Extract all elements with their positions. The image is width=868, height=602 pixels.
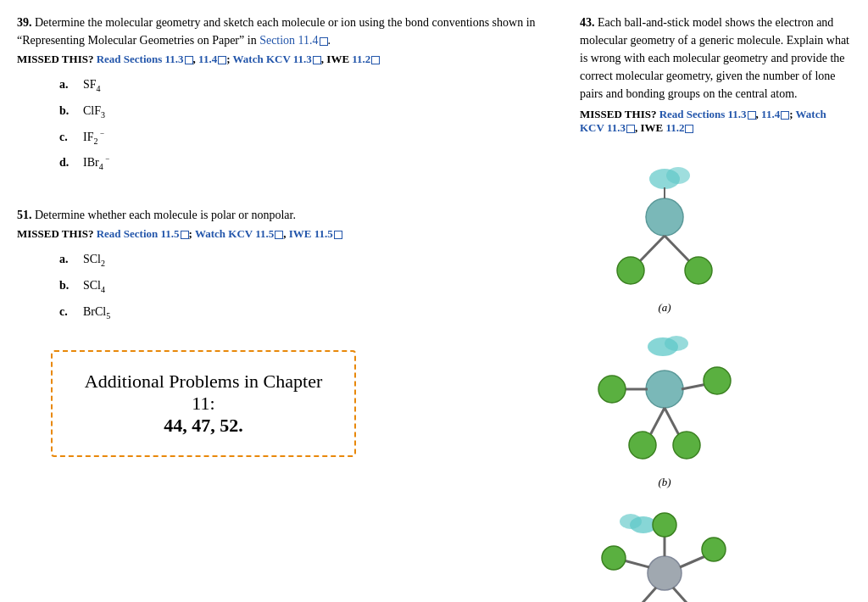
molecule-c-container: (c) <box>580 501 749 602</box>
link-section-11-3-b[interactable]: Read Sections 11.3 <box>659 108 756 120</box>
problem-51-header: 51. Determine whether each molecule is p… <box>17 206 571 224</box>
problem-43-header: 43. Each ball-and-stick model shows the … <box>580 14 851 103</box>
missed-label-43: MISSED THIS? <box>580 108 656 120</box>
svg-point-7 <box>685 257 712 284</box>
problem-43-text: Each ball-and-stick model shows the elec… <box>580 16 849 100</box>
svg-point-18 <box>629 432 656 459</box>
item-39a: a. SF4 <box>59 73 571 98</box>
problem-43-number: 43. <box>580 16 595 29</box>
item-39a-label: a. <box>59 73 73 98</box>
svg-line-15 <box>665 408 680 437</box>
svg-point-17 <box>704 367 731 394</box>
item-39b: b. ClF3 <box>59 99 571 124</box>
svg-point-28 <box>653 513 676 537</box>
item-39d-formula: IBr4 − <box>83 151 109 176</box>
molecule-a-svg <box>580 153 749 298</box>
item-39c: c. IF2 − <box>59 125 571 150</box>
problem-43: 43. Each ball-and-stick model shows the … <box>580 14 851 142</box>
molecule-a-label: (a) <box>658 301 670 315</box>
molecule-b-container: (b) <box>580 328 749 489</box>
cb1 <box>185 56 193 64</box>
cb7 <box>334 231 342 239</box>
additional-title: Additional Problems in Chapter 11: <box>78 371 329 415</box>
period: . <box>328 34 331 47</box>
svg-point-19 <box>673 432 700 459</box>
svg-point-29 <box>602 546 626 570</box>
problem-39-items: a. SF4 b. ClF3 c. IF2 − d. IBr4 − <box>59 73 571 176</box>
molecule-b-svg <box>580 328 749 472</box>
svg-point-10 <box>665 336 688 351</box>
item-51c-label: c. <box>59 300 73 325</box>
item-51b-formula: SCl4 <box>83 274 105 298</box>
cb5 <box>181 231 189 239</box>
svg-line-3 <box>637 236 665 264</box>
svg-point-22 <box>648 556 682 590</box>
item-51a-label: a. <box>59 248 73 272</box>
link-11-2-a[interactable]: 11.2 <box>352 53 380 65</box>
problem-39-header: 39. Determine the molecular geometry and… <box>17 14 571 49</box>
problem-39: 39. Determine the molecular geometry and… <box>17 14 571 176</box>
item-39c-formula: IF2 − <box>83 125 104 150</box>
svg-point-2 <box>646 198 683 236</box>
svg-line-24 <box>624 560 649 567</box>
missed-label-39: MISSED THIS? <box>17 53 93 65</box>
cb6 <box>275 231 283 239</box>
cb4 <box>371 56 380 64</box>
section-11-4-link[interactable]: Section 11.4 <box>259 34 327 47</box>
missed-label-51: MISSED THIS? <box>17 227 93 240</box>
link-section-11-3-a[interactable]: Read Sections 11.3 <box>97 53 193 65</box>
problem-51-items: a. SCl2 b. SCl4 c. BrCl5 <box>59 248 571 324</box>
svg-line-4 <box>665 236 692 264</box>
link-kcv-11-3-a[interactable]: Watch KCV 11.3 <box>233 53 321 65</box>
problem-39-number: 39. <box>17 16 32 29</box>
svg-point-11 <box>646 371 683 408</box>
checkbox-icon-11-4 <box>320 37 328 46</box>
problem-51-missed: MISSED THIS? Read Section 11.5; Watch KC… <box>17 227 571 241</box>
cb11 <box>685 125 693 133</box>
item-51a: a. SCl2 <box>59 248 571 272</box>
svg-point-30 <box>702 538 726 561</box>
link-kcv-11-5[interactable]: Watch KCV 11.5 <box>195 227 283 240</box>
item-51c-formula: BrCl5 <box>83 300 110 325</box>
item-39b-label: b. <box>59 99 73 124</box>
problem-51: 51. Determine whether each molecule is p… <box>17 206 571 324</box>
item-51b: b. SCl4 <box>59 274 571 298</box>
link-section-11-4-a[interactable]: 11.4 <box>198 53 226 65</box>
cb9 <box>781 111 789 120</box>
item-39a-formula: SF4 <box>83 73 101 98</box>
problem-39-missed: MISSED THIS? Read Sections 11.3, 11.4; W… <box>17 53 571 66</box>
cb2 <box>218 56 226 64</box>
item-39c-label: c. <box>59 125 73 150</box>
link-section-11-4-b[interactable]: 11.4 <box>761 108 789 120</box>
link-section-11-5-a[interactable]: Read Section 11.5 <box>97 227 189 240</box>
link-iwe-11-5[interactable]: IWE 11.5 <box>289 227 342 240</box>
item-51b-label: b. <box>59 274 73 298</box>
molecule-c-svg <box>580 501 749 602</box>
molecule-a-container: (a) <box>580 153 749 315</box>
additional-numbers: 44, 47, 52. <box>78 415 329 437</box>
problem-51-number: 51. <box>17 209 32 221</box>
svg-point-16 <box>598 376 626 403</box>
cb3 <box>313 56 321 64</box>
svg-point-6 <box>617 257 644 284</box>
svg-line-25 <box>680 556 705 567</box>
item-51c: c. BrCl5 <box>59 300 571 325</box>
svg-line-27 <box>673 588 694 602</box>
svg-point-21 <box>620 514 642 529</box>
item-51a-formula: SCl2 <box>83 248 105 272</box>
item-39d-label: d. <box>59 151 73 176</box>
problem-43-missed: MISSED THIS? Read Sections 11.3, 11.4; W… <box>580 108 851 135</box>
additional-problems-box: Additional Problems in Chapter 11: 44, 4… <box>51 350 356 457</box>
cb10 <box>626 125 635 133</box>
svg-line-14 <box>649 408 665 437</box>
item-39d: d. IBr4 − <box>59 151 571 176</box>
molecule-b-label: (b) <box>658 476 670 489</box>
svg-line-26 <box>635 588 656 602</box>
item-39b-formula: ClF3 <box>83 99 105 124</box>
problem-51-text: Determine whether each molecule is polar… <box>35 209 296 221</box>
link-11-2-b[interactable]: 11.2 <box>665 121 693 134</box>
cb8 <box>748 111 756 120</box>
